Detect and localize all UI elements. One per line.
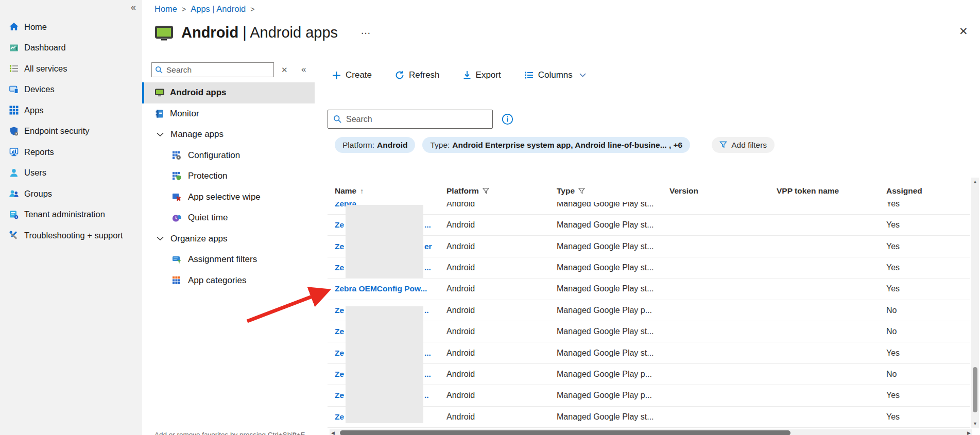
android-icon: [154, 25, 174, 41]
scroll-down-icon[interactable]: ▼: [973, 421, 977, 426]
filter-pill-platform[interactable]: Platform: Android: [335, 137, 415, 153]
breadcrumb-link-home[interactable]: Home: [154, 4, 177, 14]
blade-item-label: Configuration: [188, 150, 240, 161]
add-filters-button[interactable]: Add filters: [712, 137, 775, 153]
column-header-type[interactable]: Type: [557, 186, 669, 196]
filter-pill-type[interactable]: Type: Android Enterprise system app, And…: [422, 137, 690, 153]
refresh-button-label: Refresh: [409, 70, 440, 80]
blade-collapse-icon[interactable]: «: [301, 64, 306, 75]
close-icon[interactable]: ✕: [959, 26, 968, 37]
sidebar-item-label: Reports: [24, 147, 54, 157]
cell-platform: Android: [446, 391, 557, 400]
cell-platform: Android: [446, 202, 557, 208]
breadcrumb-link-apps-android[interactable]: Apps | Android: [191, 4, 246, 14]
plus-icon: [332, 71, 341, 80]
sidebar-item-reports[interactable]: Reports: [0, 142, 142, 163]
table-row[interactable]: Ze Android Managed Google Play st... No: [328, 321, 970, 342]
table-row[interactable]: Ze.. Android Managed Google Play p... No: [328, 300, 970, 321]
scroll-right-icon[interactable]: ▶: [967, 430, 971, 435]
cell-assigned: Yes: [886, 242, 970, 251]
blade-group-manage-apps[interactable]: Manage apps: [142, 124, 315, 145]
blade-item-configuration[interactable]: Configuration: [142, 145, 315, 166]
table-header: Name ↑ Platform Type Version VPP token n…: [328, 180, 970, 202]
app-name-link[interactable]: Ze: [335, 242, 344, 251]
cell-type: Managed Google Play p...: [557, 306, 669, 315]
blade-search-input[interactable]: [166, 65, 270, 75]
app-name-link[interactable]: Ze: [335, 327, 344, 336]
table-row[interactable]: Zebra Android Managed Google Play st... …: [328, 202, 970, 215]
sidebar-item-users[interactable]: Users: [0, 163, 142, 184]
sidebar-item-all-services[interactable]: All services: [0, 58, 142, 79]
refresh-button[interactable]: Refresh: [395, 70, 440, 80]
chevron-down-icon: [157, 236, 164, 241]
table-row[interactable]: Ze Android Managed Google Play st... Yes: [328, 407, 970, 428]
app-name-link[interactable]: Ze: [335, 220, 344, 229]
create-button[interactable]: Create: [332, 70, 372, 80]
filter-funnel-icon: [578, 188, 585, 195]
table-row[interactable]: Ze.. Android Managed Google Play p... Ye…: [328, 385, 970, 406]
sidebar-item-apps[interactable]: Apps: [0, 100, 142, 121]
table-row[interactable]: Ze... Android Managed Google Play st... …: [328, 257, 970, 279]
blade-item-app-selective-wipe[interactable]: App selective wipe: [142, 187, 315, 208]
app-name-link[interactable]: Ze: [335, 349, 344, 357]
table-search-input[interactable]: [346, 115, 487, 124]
table-row[interactable]: Zeer Android Managed Google Play st... Y…: [328, 236, 970, 257]
column-header-name[interactable]: Name ↑: [335, 186, 446, 196]
table-row[interactable]: Ze... Android Managed Google Play p... N…: [328, 364, 970, 385]
blade-item-android-apps[interactable]: Android apps: [142, 82, 315, 103]
filter-pills: Platform: Android Type: Android Enterpri…: [335, 137, 775, 153]
table-row[interactable]: Ze... Android Managed Google Play st... …: [328, 215, 970, 236]
app-name-link[interactable]: Ze: [335, 306, 344, 315]
vertical-scrollbar-thumb[interactable]: [973, 367, 977, 412]
sidebar-collapse-icon[interactable]: «: [131, 2, 136, 13]
blade-item-label: App categories: [188, 275, 246, 286]
filter-icon: [719, 141, 727, 149]
apps-icon: [9, 105, 19, 115]
columns-button-label: Columns: [538, 70, 573, 80]
blade-item-quiet-time[interactable]: Quiet time: [142, 207, 315, 229]
sidebar-item-groups[interactable]: Groups: [0, 183, 142, 204]
cell-type: Managed Google Play st...: [557, 284, 669, 293]
download-icon: [463, 71, 471, 80]
sidebar-item-devices[interactable]: Devices: [0, 79, 142, 100]
export-button[interactable]: Export: [463, 70, 501, 80]
scroll-up-icon[interactable]: ▲: [973, 179, 977, 184]
blade-item-label: Assignment filters: [188, 254, 257, 265]
app-name-link[interactable]: Zebra OEMConfig Pow...: [335, 284, 427, 293]
redaction-box: [346, 306, 423, 423]
scroll-left-icon[interactable]: ◀: [331, 430, 335, 435]
app-selective-wipe-icon: [171, 193, 182, 202]
app-name-tail: ..: [424, 306, 429, 315]
sidebar-item-label: Troubleshooting + support: [24, 231, 123, 240]
table-row-zebra-oemconfig[interactable]: Zebra OEMConfig Pow... Android Managed G…: [328, 279, 970, 300]
column-header-assigned[interactable]: Assigned: [886, 186, 970, 196]
dashboard-icon: [9, 43, 19, 53]
sidebar-item-endpoint-security[interactable]: Endpoint security: [0, 121, 142, 142]
app-name-link[interactable]: Ze: [335, 412, 344, 421]
sidebar-item-tenant-administration[interactable]: Tenant administration: [0, 204, 142, 225]
info-icon[interactable]: [502, 113, 513, 127]
blade-item-protection[interactable]: Protection: [142, 166, 315, 187]
app-name-link[interactable]: Ze: [335, 370, 344, 378]
more-menu-icon[interactable]: …: [360, 25, 371, 37]
column-header-vpp-token-name[interactable]: VPP token name: [777, 186, 886, 196]
horizontal-scrollbar-thumb[interactable]: [340, 430, 790, 435]
vertical-scrollbar[interactable]: ▲ ▼: [971, 178, 979, 428]
sidebar-item-home[interactable]: Home: [0, 16, 142, 38]
app-name-link[interactable]: Ze: [335, 391, 344, 399]
blade-item-assignment-filters[interactable]: Assignment filters: [142, 249, 315, 270]
column-header-platform[interactable]: Platform: [446, 186, 557, 196]
table-row[interactable]: Ze... Android Managed Google Play st... …: [328, 342, 970, 363]
columns-button[interactable]: Columns: [524, 70, 586, 80]
app-name-link[interactable]: Ze: [335, 263, 344, 272]
blade-item-monitor[interactable]: Monitor: [142, 103, 315, 125]
cell-assigned: Yes: [886, 263, 970, 272]
sidebar-item-troubleshooting[interactable]: Troubleshooting + support: [0, 225, 142, 246]
sidebar-item-dashboard[interactable]: Dashboard: [0, 38, 142, 59]
blade-group-organize-apps[interactable]: Organize apps: [142, 229, 315, 250]
clear-search-icon[interactable]: ✕: [281, 65, 288, 75]
horizontal-scrollbar[interactable]: ◀ ▶: [330, 429, 972, 435]
column-header-version[interactable]: Version: [669, 186, 777, 196]
all-services-icon: [9, 63, 19, 74]
blade-item-app-categories[interactable]: App categories: [142, 270, 315, 291]
